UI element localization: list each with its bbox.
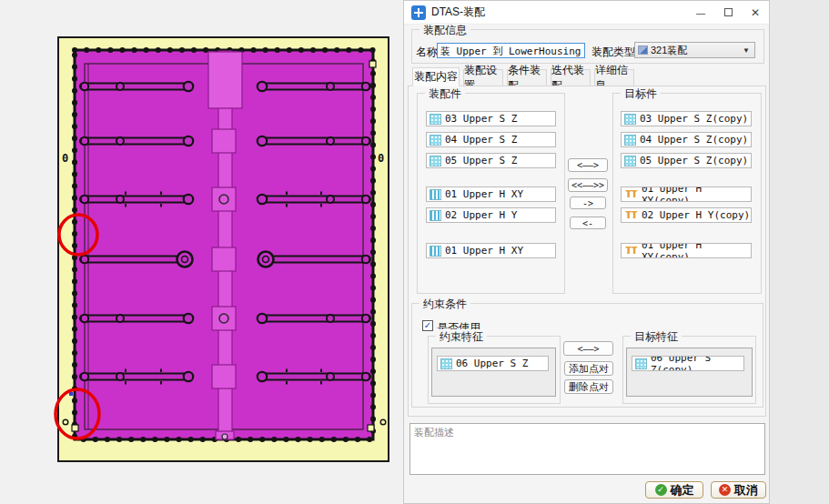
pin-icon [624,246,638,257]
cancel-button[interactable]: 取消 [711,481,766,499]
tab-condition-assembly[interactable]: 条件装配 [507,69,547,86]
hole-icon [430,210,441,221]
assembly-info-group-label: 装配信息 [420,23,470,38]
title-bar[interactable]: DTAS-装配 [404,1,769,25]
delete-point-pair-button[interactable]: 删除点对 [564,379,613,394]
surface-icon [624,156,636,166]
target-parts-group-label: 目标件 [621,86,661,102]
list-item[interactable]: 04 Upper S Z [426,132,556,147]
close-button[interactable] [742,1,769,24]
tab-assembly-content[interactable]: 装配内容 [412,67,460,86]
list-item[interactable]: 06 Upper S Z(copy) [632,356,744,371]
cad-left-zero-label: 0 [62,152,68,165]
dtas-assembly-dialog: DTAS-装配 装配信息 名称: 装 Upper 到 LowerHousing … [403,0,770,504]
constraint-conditions-group-label: 约束条件 [420,297,470,312]
tab-detail-info[interactable]: 详细信息 [594,69,634,86]
surface-icon [624,114,636,125]
minimize-icon [696,6,705,19]
assembly-parts-group-label: 装配件 [425,86,465,102]
list-item[interactable]: 03 Upper S Z(copy) [621,111,752,126]
cad-datum-square [72,425,78,431]
list-item[interactable]: 01 Upper H XY(copy) [621,186,752,202]
ok-button[interactable]: 确定 [645,481,703,499]
use-constraint-checkbox[interactable]: ✓ [422,320,433,331]
close-icon [751,6,760,19]
tab-iterative-assembly[interactable]: 迭代装配 [551,69,591,86]
cad-datum-square [369,61,376,67]
list-item[interactable]: 05 Upper S Z(copy) [621,153,752,168]
window-title: DTAS-装配 [431,5,485,20]
pin-icon [624,210,638,221]
assembly-type-icon [638,45,648,55]
constraint-feature-group-label: 约束特征 [436,329,487,345]
link-pair-button[interactable]: <——> [568,158,608,172]
hole-icon [430,189,441,200]
tab-assembly-settings[interactable]: 装配设置 [463,69,503,86]
list-item[interactable]: 01 Upper H XY [426,243,556,258]
cad-datum-dot [69,392,73,396]
maximize-icon [724,8,733,16]
chevron-down-icon: ▼ [743,46,750,55]
assembly-type-label: 装配类型: [591,45,638,60]
ok-check-icon [655,484,667,496]
list-item[interactable]: 01 Upper H XY(copy) [621,243,752,258]
cancel-x-icon [719,484,731,496]
minimize-button[interactable] [687,1,714,24]
move-right-button[interactable]: -> [570,197,606,209]
maximize-button[interactable] [714,1,742,24]
surface-icon [624,135,636,146]
cad-datum-square [368,425,374,431]
pin-icon [624,189,638,200]
list-item[interactable]: 04 Upper S Z(copy) [621,132,752,147]
surface-icon [440,358,452,369]
surface-icon [635,358,647,369]
cad-right-zero-label: 0 [378,152,384,165]
list-item[interactable]: 01 Upper H XY [426,186,556,202]
constraint-link-button[interactable]: <——> [563,341,613,356]
link-all-button[interactable]: <<——>> [568,178,608,192]
target-feature-group-label: 目标特征 [631,329,682,345]
app-icon [411,5,426,20]
add-point-pair-button[interactable]: 添加点对 [564,361,613,376]
cad-drawing: 0 0 [57,36,389,462]
list-item[interactable]: 02 Upper H Y(copy) [621,207,752,223]
assembly-description-textarea[interactable]: 装配描述 [409,423,765,475]
assembly-type-value: 321装配 [651,44,687,57]
list-item[interactable]: 03 Upper S Z [426,111,556,126]
list-item[interactable]: 05 Upper S Z [426,153,556,168]
surface-icon [430,114,441,125]
list-item[interactable]: 02 Upper H Y [426,207,556,223]
cad-viewport: 0 0 [0,0,403,504]
assembly-name-input[interactable]: 装 Upper 到 LowerHousing [437,43,585,58]
move-left-button[interactable]: <- [570,217,606,229]
surface-icon [430,135,441,146]
hole-icon [430,246,441,257]
surface-icon [430,156,441,166]
assembly-type-combobox[interactable]: 321装配 ▼ [634,42,755,58]
list-item[interactable]: 06 Upper S Z [437,356,549,371]
